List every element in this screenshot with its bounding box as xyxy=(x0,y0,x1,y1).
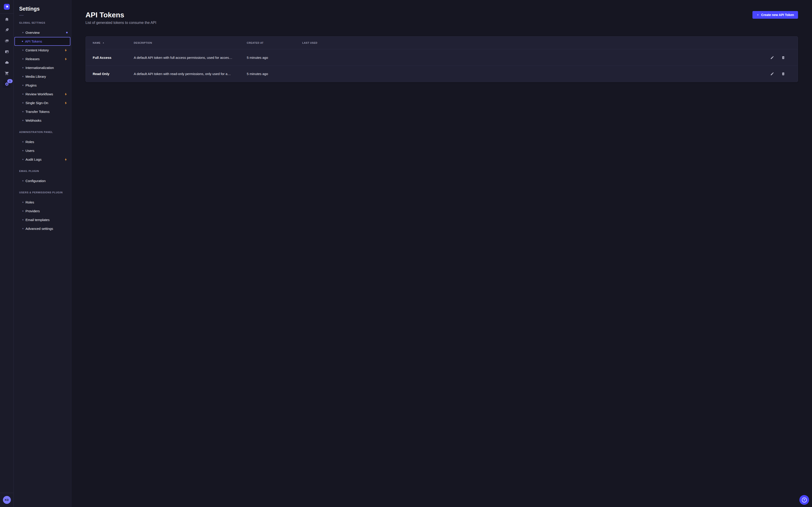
nav-content-type-builder[interactable] xyxy=(0,46,13,57)
subnav-item-api-tokens[interactable]: API Tokens xyxy=(14,37,70,46)
bullet-icon xyxy=(22,219,23,220)
nav-media-library[interactable] xyxy=(0,36,13,46)
subnav-item-up-advanced-settings[interactable]: Advanced settings xyxy=(14,224,70,233)
bullet-icon xyxy=(22,228,23,229)
bullet-icon xyxy=(22,41,23,42)
bullet-icon xyxy=(22,202,23,203)
subnav-item-single-sign-on[interactable]: Single Sign-On xyxy=(14,99,70,107)
page-title: API Tokens xyxy=(86,10,156,19)
bullet-icon xyxy=(22,50,23,51)
subnav-item-up-roles[interactable]: Roles xyxy=(14,198,70,207)
token-description: A default API token with full access per… xyxy=(134,56,247,59)
cloud-icon xyxy=(5,60,9,65)
nav-content-manager[interactable] xyxy=(0,24,13,36)
token-created-at: 5 minutes ago xyxy=(247,72,302,76)
subnav-item-releases[interactable]: Releases xyxy=(14,55,70,63)
table-header-name[interactable]: NAME xyxy=(93,42,134,44)
nav-cloud[interactable] xyxy=(0,57,13,68)
row-actions xyxy=(338,70,406,77)
subnav-item-admin-users[interactable]: Users xyxy=(14,146,70,155)
bullet-icon xyxy=(22,211,23,212)
bullet-icon xyxy=(22,159,23,160)
bullet-icon xyxy=(22,85,23,86)
row-actions xyxy=(338,54,406,61)
subnav-item-up-email-templates[interactable]: Email templates xyxy=(14,215,70,224)
bullet-icon xyxy=(22,180,23,181)
api-tokens-table: NAME DESCRIPTION CREATED AT LAST USED Fu… xyxy=(86,36,406,82)
table-header-created-at: CREATED AT xyxy=(247,42,302,44)
bullet-icon xyxy=(22,76,23,77)
subnav-item-media-library[interactable]: Media Library xyxy=(14,72,70,81)
lightning-bolt-icon xyxy=(64,93,68,96)
table-header-description: DESCRIPTION xyxy=(134,42,247,44)
subnav-title: Settings xyxy=(19,5,71,12)
subnav-item-plugins[interactable]: Plugins xyxy=(14,81,70,90)
nav-marketplace[interactable] xyxy=(0,68,13,79)
page-header: API Tokens List of generated tokens to c… xyxy=(71,0,406,25)
bullet-icon xyxy=(22,94,23,95)
bullet-icon xyxy=(22,120,23,121)
token-description: A default API token with read-only permi… xyxy=(134,72,247,76)
lightning-bolt-icon xyxy=(64,158,68,161)
subnav-item-webhooks[interactable]: Webhooks xyxy=(14,116,70,125)
subnav-item-review-workflows[interactable]: Review Workflows xyxy=(14,90,70,99)
lightning-bolt-icon xyxy=(64,57,68,61)
subnav-item-email-configuration[interactable]: Configuration xyxy=(14,176,70,185)
lightning-bolt-icon xyxy=(64,101,68,105)
page-subtitle: List of generated tokens to consume the … xyxy=(86,20,156,25)
notification-dot-icon xyxy=(66,32,68,33)
subnav-item-transfer-tokens[interactable]: Transfer Tokens xyxy=(14,107,70,116)
strapi-logo-icon xyxy=(4,4,10,10)
bullet-icon xyxy=(22,141,23,143)
bullet-icon xyxy=(22,102,23,103)
subnav-item-overview[interactable]: Overview xyxy=(14,28,70,37)
bullet-icon xyxy=(22,32,23,33)
bullet-icon xyxy=(22,150,23,151)
token-name: Read Only xyxy=(93,72,134,76)
settings-subnav: Settings GLOBAL SETTINGS Overview API To… xyxy=(14,0,71,253)
main-content: API Tokens List of generated tokens to c… xyxy=(71,0,406,253)
table-header-row: NAME DESCRIPTION CREATED AT LAST USED xyxy=(86,37,406,49)
feather-icon xyxy=(5,28,9,32)
marketplace-cart-icon xyxy=(5,71,9,75)
page-header-text: API Tokens List of generated tokens to c… xyxy=(86,10,156,25)
table-row[interactable]: Full Access A default API token with ful… xyxy=(86,49,406,66)
bullet-icon xyxy=(22,58,23,59)
section-label-global-settings: GLOBAL SETTINGS xyxy=(19,21,66,24)
subnav-item-content-history[interactable]: Content History xyxy=(14,46,70,55)
section-label-administration-panel: ADMINISTRATION PANEL xyxy=(19,130,66,133)
table-header-last-used: LAST USED xyxy=(302,42,338,44)
nav-settings[interactable]: 1 xyxy=(0,79,13,90)
token-name: Full Access xyxy=(93,56,134,59)
media-library-icon xyxy=(5,39,9,43)
subnav-divider xyxy=(19,15,24,15)
table-row[interactable]: Read Only A default API token with read-… xyxy=(86,66,406,82)
subnav-item-internationalization[interactable]: Internationalization xyxy=(14,63,70,72)
home-icon xyxy=(5,17,9,21)
section-label-email-plugin: EMAIL PLUGIN xyxy=(19,169,66,173)
lightning-bolt-icon xyxy=(64,48,68,52)
nav-home[interactable] xyxy=(0,14,13,24)
strapi-logo-button[interactable] xyxy=(0,0,13,10)
main-nav-rail: 1 KD xyxy=(0,0,14,253)
strapi-logo xyxy=(4,4,10,10)
bullet-icon xyxy=(22,67,23,68)
settings-notification-badge: 1 xyxy=(7,79,13,83)
content-type-builder-icon xyxy=(5,50,9,54)
subnav-item-up-providers[interactable]: Providers xyxy=(14,207,70,215)
subnav-item-audit-logs[interactable]: Audit Logs xyxy=(14,155,70,164)
sort-ascending-icon xyxy=(102,42,104,44)
subnav-item-admin-roles[interactable]: Roles xyxy=(14,137,70,146)
section-label-users-permissions-plugin: USERS & PERMISSIONS PLUGIN xyxy=(19,191,66,194)
bullet-icon xyxy=(22,111,23,112)
token-created-at: 5 minutes ago xyxy=(247,56,302,59)
